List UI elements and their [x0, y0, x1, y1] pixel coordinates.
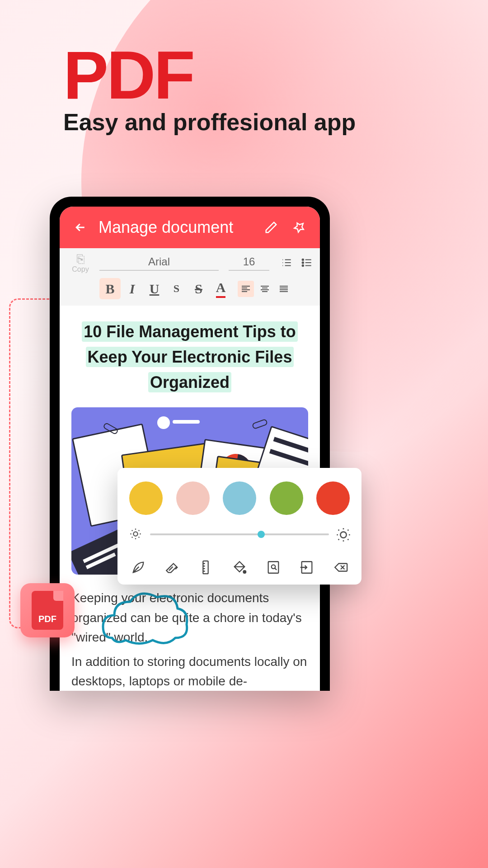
align-justify-icon[interactable] [276, 281, 292, 297]
color-swatch-green[interactable] [270, 481, 303, 515]
eraser-icon[interactable] [163, 558, 181, 576]
backspace-icon[interactable] [332, 558, 350, 576]
svg-rect-10 [268, 561, 278, 573]
color-swatch-orange[interactable] [316, 481, 350, 515]
app-header: Manage document [60, 207, 320, 248]
svg-rect-8 [203, 561, 208, 574]
hero-subtitle: Easy and proffesional app [63, 108, 356, 136]
small-button[interactable]: S [166, 278, 187, 299]
align-center-icon[interactable] [257, 281, 273, 297]
svg-point-9 [243, 571, 246, 573]
color-swatch-pink[interactable] [176, 481, 210, 515]
feather-pen-icon[interactable] [129, 558, 147, 576]
brightness-high-icon [336, 528, 350, 541]
svg-point-7 [340, 532, 346, 538]
copy-button[interactable]: ⎘ Copy [66, 253, 95, 274]
formatting-toolbar: ⎘ Copy Arial 16 B I U S S A [60, 248, 320, 306]
edit-pencil-icon[interactable] [261, 217, 281, 237]
svg-point-6 [133, 532, 137, 536]
align-left-icon[interactable] [238, 281, 254, 297]
underline-button[interactable]: U [144, 278, 165, 299]
phone-frame: Manage document ⎘ Copy Arial 16 [50, 197, 330, 691]
pdf-app-badge: PDF [20, 583, 75, 637]
numbered-list-icon[interactable] [281, 257, 294, 269]
phone-screen: Manage document ⎘ Copy Arial 16 [60, 207, 320, 691]
document-paragraph-2: In addition to storing documents locally… [71, 652, 308, 691]
italic-button[interactable]: I [122, 278, 143, 299]
svg-rect-5 [252, 419, 267, 429]
bullet-list-icon[interactable] [301, 257, 314, 269]
color-swatch-yellow[interactable] [129, 481, 163, 515]
search-document-icon[interactable] [264, 558, 282, 576]
fill-bucket-icon[interactable] [230, 558, 249, 576]
color-swatch-blue[interactable] [223, 481, 256, 515]
svg-point-1 [302, 262, 304, 263]
color-picker-panel [117, 468, 361, 585]
strikethrough-button[interactable]: S [188, 278, 209, 299]
font-color-button[interactable]: A [210, 278, 231, 299]
pin-icon[interactable] [289, 217, 309, 237]
ruler-icon[interactable] [197, 558, 215, 576]
copy-label: Copy [66, 265, 95, 274]
svg-point-2 [302, 265, 304, 266]
brightness-slider[interactable] [150, 533, 329, 535]
document-title: 10 File Management Tips to Keep Your Ele… [71, 319, 308, 395]
bold-button[interactable]: B [99, 278, 121, 299]
import-icon[interactable] [298, 558, 316, 576]
svg-point-0 [302, 259, 304, 260]
hero-title: PDF [63, 36, 193, 114]
pdf-badge-label: PDF [38, 614, 56, 630]
back-arrow-icon[interactable] [70, 217, 90, 237]
brightness-low-icon [129, 528, 143, 541]
header-title: Manage document [99, 218, 253, 237]
annotation-cloud-icon [99, 584, 189, 647]
font-size-selector[interactable]: 16 [229, 255, 269, 271]
copy-icon: ⎘ [66, 253, 95, 265]
font-family-selector[interactable]: Arial [99, 255, 219, 271]
